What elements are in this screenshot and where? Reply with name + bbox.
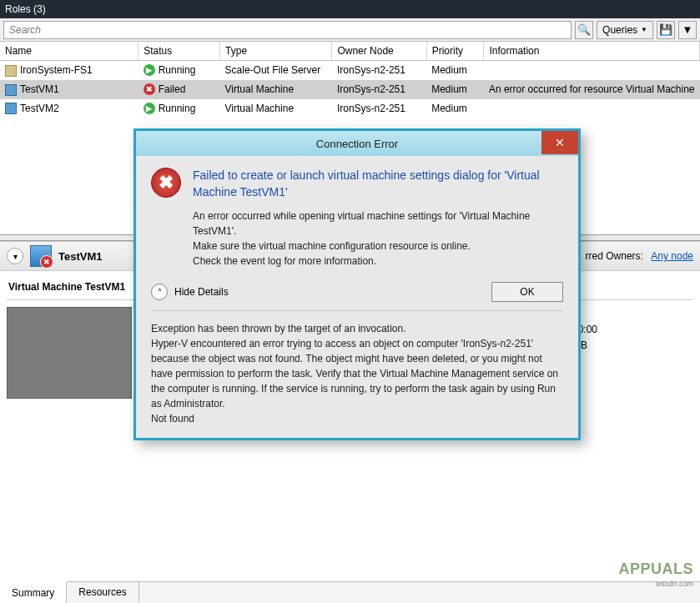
cell-priority: Medium [426, 99, 484, 118]
cell-type: Scale-Out File Server [220, 61, 332, 80]
dialog-titlebar[interactable]: Connection Error ✕ [136, 131, 578, 156]
table-row[interactable]: TestVM1 ✖Failed Virtual Machine IronSys-… [0, 80, 700, 99]
owners-label: rred Owners: [586, 250, 643, 262]
search-icon: 🔍 [577, 23, 591, 36]
cell-name: TestVM2 [20, 103, 59, 114]
error-dialog: Connection Error ✕ ✖ Failed to create or… [133, 128, 581, 440]
hide-details-label: Hide Details [174, 286, 229, 298]
cell-priority: Medium [426, 61, 484, 80]
preferred-owners: rred Owners: Any node [586, 250, 693, 262]
vm-icon [5, 103, 17, 114]
table-row[interactable]: TestVM2 ▶Running Virtual Machine IronSys… [0, 99, 700, 118]
table-row[interactable]: IronSystem-FS1 ▶Running Scale-Out File S… [0, 61, 700, 80]
chevron-down-icon: ▼ [641, 26, 647, 33]
col-priority[interactable]: Priority [426, 42, 484, 61]
hide-details-toggle[interactable]: ˄ Hide Details [151, 284, 229, 300]
cell-status: Running [159, 64, 196, 76]
ok-button[interactable]: OK [491, 282, 563, 302]
cell-name: IronSystem-FS1 [20, 64, 93, 76]
cell-info [484, 99, 700, 118]
col-status[interactable]: Status [138, 42, 220, 61]
watermark-brand: APPUALS [618, 560, 693, 578]
cell-owner: IronSys-n2-251 [332, 80, 426, 99]
close-button[interactable]: ✕ [541, 131, 578, 154]
cell-priority: Medium [426, 80, 484, 99]
col-information[interactable]: Information [484, 42, 700, 61]
cell-type: Virtual Machine [220, 80, 332, 99]
cell-type: Virtual Machine [220, 99, 332, 118]
toolbar: 🔍 Queries▼ 💾 ▼ [0, 18, 700, 42]
collapse-button[interactable]: ▾ [7, 248, 23, 264]
cell-status: Running [159, 103, 196, 114]
dialog-heading: Failed to create or launch virtual machi… [193, 168, 563, 200]
queries-label: Queries [602, 24, 637, 36]
owners-link[interactable]: Any node [651, 250, 693, 262]
details-line: Exception has been thrown by the target … [151, 321, 563, 336]
dialog-body-line: Make sure the virtual machine configurat… [193, 239, 563, 254]
search-input[interactable] [3, 21, 572, 39]
save-button[interactable]: 💾 [657, 21, 675, 39]
details-line: Hyper-V encountered an error trying to a… [151, 336, 563, 411]
dialog-details: Exception has been thrown by the target … [151, 310, 563, 426]
cell-name: TestVM1 [20, 83, 59, 95]
save-icon: 💾 [659, 23, 672, 36]
col-owner[interactable]: Owner Node [332, 42, 426, 61]
cell-owner: IronSys-n2-251 [332, 99, 426, 118]
cell-info [484, 61, 700, 80]
running-icon: ▶ [144, 64, 155, 76]
cell-status: Failed [159, 83, 186, 95]
dialog-body-line: An error occurred while opening virtual … [193, 209, 563, 239]
failed-icon: ✖ [144, 83, 155, 95]
chevron-down-icon: ▼ [682, 23, 693, 36]
save-dropdown-button[interactable]: ▼ [678, 21, 697, 39]
watermark-site: wsxdn.com [656, 580, 693, 588]
tab-summary[interactable]: Summary [0, 581, 67, 603]
server-icon [5, 65, 17, 77]
running-icon: ▶ [144, 103, 155, 114]
col-type[interactable]: Type [220, 42, 332, 61]
detail-tabs: Summary Resources [0, 581, 700, 603]
dialog-body-line: Check the event log for more information… [193, 254, 563, 269]
chevron-up-icon: ˄ [151, 284, 168, 300]
cell-owner: IronSys-n2-251 [332, 61, 426, 80]
tab-resources[interactable]: Resources [67, 582, 138, 603]
col-name[interactable]: Name [0, 42, 138, 61]
vm-icon [5, 84, 17, 96]
roles-grid: Name Status Type Owner Node Priority Inf… [0, 42, 700, 118]
error-icon: ✖ [151, 168, 181, 198]
vm-thumbnail [7, 307, 132, 399]
queries-button[interactable]: Queries▼ [597, 21, 653, 39]
close-icon: ✕ [555, 136, 565, 149]
dialog-title: Connection Error [316, 138, 398, 150]
cell-info: An error occurred for resource Virtual M… [484, 80, 700, 99]
vm-error-icon [30, 245, 52, 267]
detail-name: TestVM1 [58, 250, 103, 263]
window-titlebar: Roles (3) [0, 0, 700, 18]
details-line: Not found [151, 411, 563, 426]
search-button[interactable]: 🔍 [575, 21, 593, 39]
